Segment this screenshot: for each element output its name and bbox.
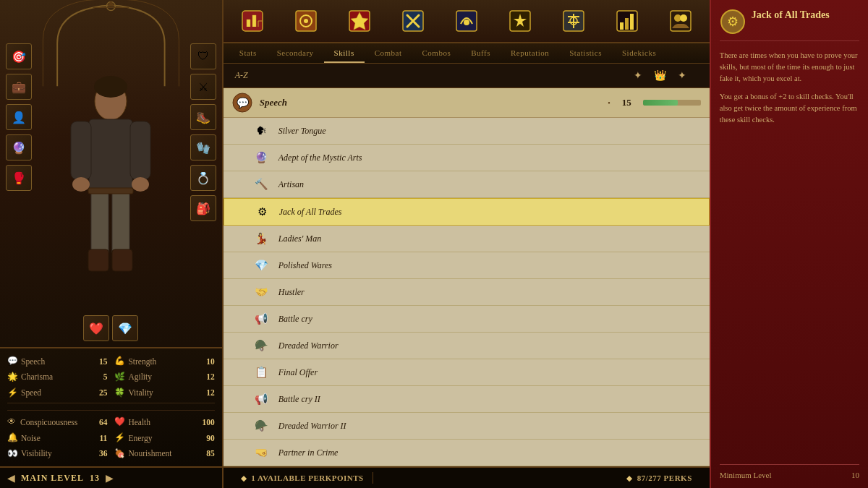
svg-point-18: [304, 19, 308, 23]
speech-progress-bar: [643, 100, 701, 106]
stat-visibility: 👀 Visibility 36: [7, 446, 107, 461]
polished-wares-icon: 💎: [252, 256, 271, 275]
skill-battle-cry[interactable]: 📢 Battle cry: [224, 306, 710, 333]
health-label: Health: [128, 418, 193, 427]
stat-health: ❤️ Health 100: [114, 415, 214, 429]
partner-in-crime-label: Partner in Crime: [278, 448, 701, 458]
filter-bar: A-Z ✦ 👑 ✦: [224, 64, 710, 88]
jack-icon: ⚙: [253, 202, 272, 221]
charisma-value: 5: [89, 372, 107, 381]
tab-skills[interactable]: Skills: [324, 43, 365, 63]
tab-statistics[interactable]: Statistics: [559, 43, 612, 63]
battle-cry-label: Battle cry: [278, 314, 701, 325]
category-buffs[interactable]: [494, 1, 546, 41]
skill-mystic-arts[interactable]: 🔮 Adept of the Mystic Arts: [224, 145, 710, 171]
strength-label: Strength: [128, 357, 193, 366]
skills-list: 💬 Speech • 15 🗣 Silver Tongue 🔮 Adept of…: [224, 88, 710, 466]
energy-label: Energy: [128, 434, 193, 442]
tab-combat[interactable]: Combat: [365, 43, 412, 63]
tab-combos[interactable]: Combos: [412, 43, 461, 63]
category-skills[interactable]: [333, 1, 386, 41]
svg-text:⚙: ⚙: [727, 14, 739, 29]
filter-az-label: A-Z: [235, 70, 248, 81]
health-value: 100: [197, 418, 215, 427]
tab-reputation[interactable]: Reputation: [501, 43, 559, 63]
final-offer-icon: 📋: [252, 363, 271, 382]
filter-icons: ✦ 👑 ✦: [634, 69, 686, 82]
filter-star2-icon[interactable]: ✦: [678, 69, 686, 82]
filter-crown-icon[interactable]: 👑: [654, 69, 666, 82]
skill-battle-cry-2[interactable]: 📢 Battle cry II: [224, 386, 710, 413]
noise-icon: 🔔: [7, 432, 18, 443]
perk-detail-panel: ⚙ Jack of All Trades There are times whe…: [710, 0, 868, 488]
speech-category-name: Speech: [260, 97, 600, 108]
svg-rect-13: [88, 188, 133, 194]
skill-artisan[interactable]: 🔨 Artisan: [224, 171, 710, 198]
skill-jack-of-all-trades[interactable]: ⚙ Jack of All Trades: [224, 198, 710, 226]
skill-partner-in-crime[interactable]: 🤜 Partner in Crime: [224, 440, 710, 466]
svg-rect-12: [112, 249, 132, 271]
combat-icon: [399, 7, 427, 35]
tab-stats[interactable]: Stats: [229, 43, 267, 63]
vitality-label: Vitality: [128, 388, 193, 397]
category-secondary[interactable]: [280, 1, 332, 41]
svg-rect-4: [89, 119, 132, 192]
jack-label: Jack of All Trades: [279, 207, 700, 218]
category-statistics[interactable]: [601, 1, 653, 41]
category-combos[interactable]: [441, 1, 493, 41]
category-reputation[interactable]: [548, 1, 600, 41]
silver-tongue-icon: 🗣: [252, 121, 271, 140]
tab-secondary[interactable]: Secondary: [267, 43, 324, 63]
combos-icon: [452, 7, 481, 35]
visibility-label: Visibility: [21, 449, 86, 458]
speed-icon: ⚡: [7, 388, 18, 398]
stat-agility: 🌿 Agility 12: [114, 370, 214, 385]
skill-ladies-man[interactable]: 💃 Ladies' Man: [224, 226, 710, 252]
speed-label: Speed: [21, 388, 86, 397]
tab-sidekicks[interactable]: Sidekicks: [612, 43, 666, 63]
speech-category-row: 💬 Speech • 15: [224, 88, 710, 118]
tab-buffs[interactable]: Buffs: [461, 43, 501, 63]
speech-label: Speech: [21, 357, 86, 366]
strength-value: 10: [197, 357, 215, 366]
level-left-arrow[interactable]: ◀: [7, 472, 15, 484]
status-bar: ◆ 1 AVAILABLE PERKPOINTS ◆ 87/277 PERKS: [224, 466, 710, 488]
vitality-icon: 🍀: [114, 388, 125, 398]
conspicuousness-label: Conspicuousness: [20, 418, 86, 427]
battle-cry-icon: 📢: [252, 309, 271, 328]
filter-star-icon[interactable]: ✦: [634, 69, 642, 82]
sidekicks-icon: [666, 7, 695, 35]
health-icon: ❤️: [114, 416, 125, 427]
category-sidekicks[interactable]: [655, 1, 707, 41]
character-area: 🛡 ⚔ 🥾 🧤 💍 🎒 🎯 💼 👤 🔮 🥊 ❤️ 💎: [0, 0, 222, 347]
partner-in-crime-icon: 🤜: [252, 443, 271, 462]
stats-icon: [238, 7, 267, 35]
category-icon-bar: [224, 0, 710, 43]
nourishment-value: 85: [197, 449, 215, 458]
perk-desc-1: There are times when you have to prove y…: [720, 50, 859, 84]
stat-speech: 💬 Speech 15: [7, 354, 107, 369]
svg-rect-30: [625, 18, 629, 30]
svg-point-7: [72, 177, 90, 192]
svg-rect-29: [620, 22, 624, 30]
tab-bar: Stats Secondary Skills Combat Combos Buf…: [224, 43, 710, 64]
skill-hustler[interactable]: 🤝 Hustler: [224, 279, 710, 306]
bottom-level-bar: ◀ MAIN LEVEL 13 ▶: [0, 466, 222, 488]
perkpoints-label: 1 AVAILABLE PERKPOINTS: [251, 474, 363, 482]
speech-category-dot: •: [608, 99, 610, 107]
skill-dreaded-warrior-2[interactable]: 🪖 Dreaded Warrior II: [224, 413, 710, 440]
category-stats[interactable]: [226, 1, 278, 41]
charisma-label: Charisma: [21, 372, 86, 381]
skill-polished-wares[interactable]: 💎 Polished Wares: [224, 252, 710, 279]
stat-strength: 💪 Strength 10: [114, 354, 214, 369]
stat-conspicuousness: 👁 Conspicuousness 64: [7, 415, 107, 429]
strength-icon: 💪: [114, 356, 125, 367]
skill-silver-tongue[interactable]: 🗣 Silver Tongue: [224, 118, 710, 145]
secondary-icon: [292, 7, 320, 35]
speech-value: 15: [89, 357, 107, 366]
battle-cry-2-label: Battle cry II: [278, 394, 701, 405]
skill-dreaded-warrior[interactable]: 🪖 Dreaded Warrior: [224, 333, 710, 359]
skill-final-offer[interactable]: 📋 Final Offer: [224, 359, 710, 386]
category-combat[interactable]: [387, 1, 439, 41]
level-right-arrow[interactable]: ▶: [106, 472, 114, 484]
